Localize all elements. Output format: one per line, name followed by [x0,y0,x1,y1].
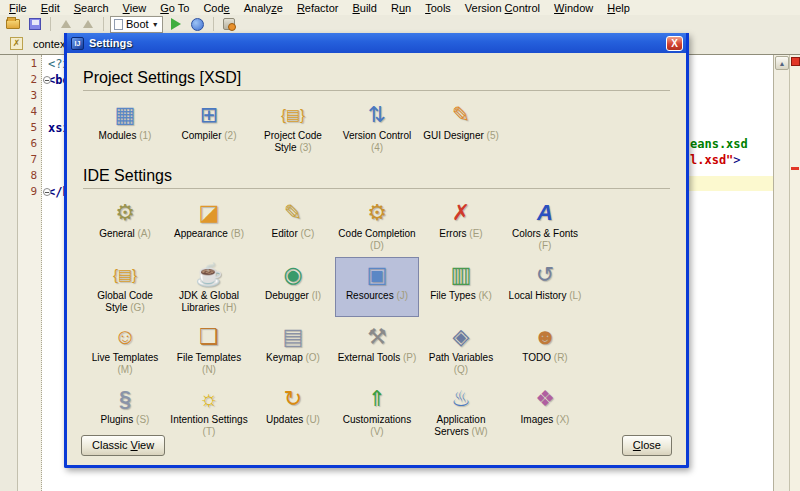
line-number: 6 [30,137,37,150]
section-heading-project-settings: Project Settings [XSD] [83,69,670,87]
external-tools-icon: ⚒ [367,323,387,351]
intellij-logo-icon: IJ [71,37,84,50]
updates-icon: ↻ [284,385,302,413]
menu-code[interactable]: Code [196,1,236,15]
settings-item-jdk-global-libraries[interactable]: ☕JDK & Global Libraries (H) [167,257,251,317]
menu-search[interactable]: Search [67,1,116,15]
run-configuration-select[interactable]: Boot ▼ [110,16,163,33]
settings-item-global-code-style[interactable]: {▤}Global Code Style (G) [83,257,167,317]
settings-item-images[interactable]: ❖Images (X) [503,381,587,441]
settings-dialog: IJ Settings X Project Settings [XSD] ▦Mo… [64,33,689,468]
line-number: 9 [30,185,37,198]
fold-marker-icon[interactable] [43,76,51,84]
settings-item-shortcut: (S) [136,414,149,425]
settings-item-project-code-style[interactable]: {▤}Project Code Style (3) [251,97,335,157]
menu-run[interactable]: Run [384,1,418,15]
settings-item-shortcut: (K) [478,290,491,301]
todo-icon: ☻ [533,323,556,351]
line-number: 5 [30,121,37,134]
settings-item-modules[interactable]: ▦Modules (1) [83,97,167,157]
close-icon[interactable]: ✗ [10,37,23,50]
ide-settings-grid: ⚙General (A)◪Appearance (B)✎Editor (C)⚙C… [83,195,670,443]
settings-item-shortcut: (H) [223,302,237,313]
code-completion-icon: ⚙ [367,199,387,227]
fold-marker-icon[interactable] [43,188,51,196]
menu-go-to[interactable]: Go To [153,1,196,15]
settings-item-shortcut: (C) [301,228,315,239]
menu-window[interactable]: Window [547,1,600,15]
jdk-global-libraries-icon: ☕ [195,261,222,289]
menu-build[interactable]: Build [345,1,383,15]
settings-item-errors[interactable]: ✗Errors (E) [419,195,503,255]
menu-tools[interactable]: Tools [418,1,458,15]
settings-item-shortcut: (3) [299,142,311,153]
settings-item-todo[interactable]: ☻TODO (R) [503,319,587,379]
settings-item-shortcut: (L) [569,290,581,301]
settings-item-file-templates[interactable]: ❏File Templates (N) [167,319,251,379]
run-icon[interactable] [167,16,185,32]
settings-item-resources[interactable]: ▣Resources (J) [335,257,419,317]
debugger-icon: ◉ [283,261,302,289]
settings-item-external-tools[interactable]: ⚒External Tools (P) [335,319,419,379]
dialog-title-bar[interactable]: IJ Settings X [67,33,686,53]
settings-item-local-history[interactable]: ↺Local History (L) [503,257,587,317]
settings-item-live-templates[interactable]: ☺Live Templates (M) [83,319,167,379]
classic-view-button[interactable]: Classic View [81,435,165,456]
left-tool-window-bar [0,55,18,491]
settings-item-label: External Tools (P) [338,352,417,364]
settings-item-application-servers[interactable]: ♨Application Servers (W) [419,381,503,441]
menu-version-control[interactable]: Version Control [458,1,547,15]
history-back-icon[interactable] [57,16,75,32]
menu-refactor[interactable]: Refactor [290,1,346,15]
settings-item-file-types[interactable]: ▥File Types (K) [419,257,503,317]
settings-item-label: Appearance (B) [174,228,244,240]
line-number: 2 [30,73,37,86]
settings-item-version-control[interactable]: ⇅Version Control (4) [335,97,419,157]
settings-item-colors-fonts[interactable]: AColors & Fonts (F) [503,195,587,255]
compiler-icon: ⊞ [200,101,218,129]
menu-file[interactable]: File [2,1,34,15]
settings-item-plugins[interactable]: §Plugins (S) [83,381,167,441]
settings-item-path-variables[interactable]: ◈Path Variables (Q) [419,319,503,379]
settings-item-editor[interactable]: ✎Editor (C) [251,195,335,255]
line-number: 4 [30,105,37,118]
settings-item-label: Errors (E) [439,228,482,240]
file-templates-icon: ❏ [199,323,219,351]
live-templates-icon: ☺ [114,323,136,351]
settings-item-code-completion[interactable]: ⚙Code Completion (D) [335,195,419,255]
toolbar-separator [103,17,104,31]
debug-icon[interactable] [189,16,207,32]
open-file-icon[interactable] [4,16,22,32]
error-stripe-status-marker[interactable] [791,57,800,66]
settings-item-intention-settings[interactable]: ☼Intention Settings (T) [167,381,251,441]
settings-item-compiler[interactable]: ⊞Compiler (2) [167,97,251,157]
ant-build-icon[interactable] [220,16,238,32]
settings-item-label: Code Completion (D) [337,228,417,252]
settings-item-shortcut: (A) [138,228,151,239]
settings-item-gui-designer[interactable]: ✎GUI Designer (5) [419,97,503,157]
settings-item-label: Keymap (O) [266,352,320,364]
settings-item-customizations[interactable]: ⇑Customizations (V) [335,381,419,441]
settings-item-debugger[interactable]: ◉Debugger (I) [251,257,335,317]
settings-item-keymap[interactable]: ▤Keymap (O) [251,319,335,379]
settings-item-label: Updates (U) [266,414,320,426]
settings-item-shortcut: (X) [556,414,569,425]
errors-icon: ✗ [452,199,470,227]
dialog-close-icon[interactable]: X [666,36,683,51]
intention-settings-icon: ☼ [199,385,219,413]
menu-analyze[interactable]: Analyze [237,1,290,15]
plugins-icon: § [119,385,131,413]
menu-help[interactable]: Help [600,1,637,15]
close-button[interactable]: Close [622,435,672,456]
error-stripe-error-marker[interactable] [791,167,799,170]
menu-edit[interactable]: Edit [34,1,67,15]
history-forward-icon[interactable] [79,16,97,32]
scroll-up-icon[interactable]: ▲ [775,56,789,70]
settings-item-appearance[interactable]: ◪Appearance (B) [167,195,251,255]
settings-item-updates[interactable]: ↻Updates (U) [251,381,335,441]
settings-item-general[interactable]: ⚙General (A) [83,195,167,255]
vertical-scrollbar[interactable]: ▲ [773,55,789,491]
menu-view[interactable]: View [116,1,154,15]
settings-item-label: File Types (K) [430,290,492,302]
save-icon[interactable] [26,16,44,32]
